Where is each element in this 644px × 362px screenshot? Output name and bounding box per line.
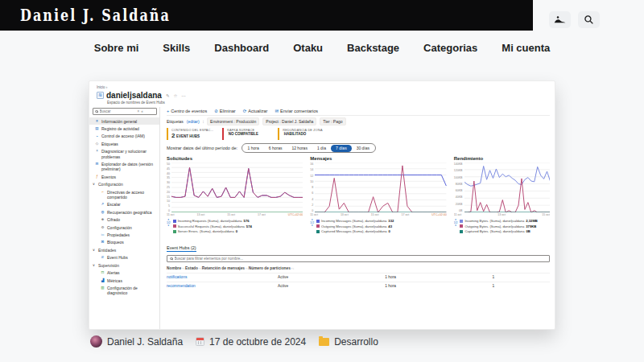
pager-down: ∨ [167, 224, 169, 228]
nav-link[interactable]: Categorias [423, 42, 477, 54]
legend-series-value: 0 [236, 229, 237, 233]
menu-item-icon: ⊠ [101, 240, 105, 245]
author-name: Daniel J. Saldaña [107, 336, 183, 348]
sidebar-menu-item: ∨ Configuración [89, 181, 159, 188]
menu-item-label: Entidades [98, 248, 116, 253]
favorite-star-icon: ☆ [174, 93, 178, 98]
table-header: Nombre↑↓ Estado↑↓ Retención de mensajes↑… [167, 264, 550, 273]
table-column-header: Número de particiones↑↓ [249, 266, 295, 270]
y-tick-label: 60KB [456, 189, 463, 192]
y-tick-label: 40KB [456, 195, 463, 199]
sidebar-menu-item: ▤ Registro de actividad [89, 125, 159, 132]
menu-item-icon: ◇ [95, 142, 99, 146]
menu-item-icon: ⊞ [95, 162, 99, 167]
menu-item-icon: ≔ [101, 232, 105, 237]
chart-x-axis: 11 oct13 oct15 oct17 octUTC+02:00 [167, 213, 303, 216]
nav-link[interactable]: Backstage [347, 42, 399, 54]
hub-filter-input [175, 257, 547, 261]
namespace-title: danieljsaldana [106, 91, 162, 100]
nav-link[interactable]: Sobre mi [94, 42, 139, 54]
hub-filter-box [167, 255, 550, 262]
chart-x-axis: 11 oct13 oct15 oct17 octUTC+02:00 [310, 213, 446, 216]
y-tick-label: 100KB [454, 176, 463, 179]
info-card-value: NO COMPATIBLE [229, 132, 258, 136]
azure-header: Inicio › ≋ danieljsaldana ✎ ☆ ⋯ Espacio … [89, 81, 555, 105]
info-card: REDUNDANCIA DE ZONA HABILITADO [278, 128, 328, 140]
legend-series-name: Captured Bytes. (Suma), danieljsaldana [464, 229, 524, 233]
toolbar-command: ⊘ Eliminar [214, 109, 235, 113]
y-tick-label: 40 [167, 172, 170, 175]
chart-title: Solicitudes [167, 156, 303, 161]
theme-toggle-button[interactable] [549, 11, 571, 28]
namespace-subtitle: Espacio de nombres de Event Hubs [107, 101, 555, 105]
search-button[interactable] [578, 11, 600, 28]
tags-edit-link: (editar) [187, 119, 200, 124]
x-tick-label: 13 oct [341, 213, 349, 216]
pager-down: ∨ [455, 224, 456, 228]
tag-pill: Environment : Producción [207, 117, 259, 125]
command-label: Enviar comentarios [280, 109, 318, 113]
nav-link[interactable]: Skills [163, 42, 190, 54]
menu-item-label: Configuración de diagnóstico [107, 286, 158, 296]
x-tick-label: 11 oct [454, 213, 462, 216]
sidebar-menu-item: ⊞ Explorador de datos (versión prelimina… [89, 160, 159, 173]
author-group[interactable]: Daniel J. Saldaña [90, 335, 183, 348]
menu-item-icon: ≡ [95, 119, 99, 124]
nav-link[interactable]: Mi cuenta [502, 42, 550, 54]
table-column-header: Retención de mensajes↑↓ [202, 266, 249, 270]
nav-link[interactable]: Otaku [293, 42, 323, 54]
hub-partitions: 1 [493, 284, 550, 288]
sidebar-menu-item: ◇ Etiquetas [89, 140, 159, 147]
legend-series-name: Incoming Requests (Suma), danieljsaldana [178, 219, 242, 223]
legend-series-name: Outgoing Bytes. (Suma), danieljsaldana [464, 224, 524, 228]
time-range-option: 6 horas [264, 145, 287, 152]
hub-name-link: recommendation [167, 284, 278, 288]
tags-row: Etiquetas (editar) : Environment : Produ… [167, 116, 550, 126]
legend-color-swatch [173, 220, 176, 223]
tags-separator: : [203, 119, 204, 124]
time-range-option: 7 días [331, 145, 352, 152]
chart-plot [464, 162, 550, 212]
y-tick-label: 20KB [456, 203, 463, 206]
legend-series-value: 43 [388, 224, 392, 228]
legend-series-name: Server Errors. (Suma), danieljsaldana [178, 229, 234, 233]
more-options-icon: ⋯ [181, 93, 186, 98]
legend-series-name: Outgoing Messages (Suma), danieljsaldana [321, 224, 386, 228]
x-tick-label: 15 oct [227, 213, 235, 216]
legend-series-value: 332 [388, 219, 394, 223]
time-range-bar: Mostrar datos del último período de: 1 h… [167, 143, 550, 153]
legend-color-swatch [173, 230, 176, 233]
menu-item-icon: ≋ [101, 255, 105, 260]
legend-color-swatch [316, 224, 320, 228]
sidebar-menu-item: ⌐ Directivas de acceso compartido [89, 188, 159, 201]
hub-status: Active [278, 284, 385, 288]
x-tick-label: 11 oct [167, 213, 175, 216]
y-tick-label: 25 [167, 186, 170, 189]
toolbar-command: + Centro de eventos [167, 109, 207, 113]
menu-item-icon: ▥ [101, 286, 105, 290]
nav-link[interactable]: Dashboard [214, 42, 269, 54]
event-hub-row: notifications Active 1 hora 1 [167, 273, 550, 282]
command-icon: ✉ [275, 109, 279, 113]
menu-item-icon: ∨ [92, 182, 96, 187]
sidebar-menu-item: ∨ Supervisión [89, 261, 159, 269]
sidebar-menu-item: ◒ Control de acceso (IAM) [89, 133, 159, 140]
sidebar-menu: ≡ Información general ▤ Registro de acti… [89, 117, 159, 297]
tag-pill: Tier : Pago [320, 117, 345, 125]
post-screenshot-image[interactable]: Inicio › ≋ danieljsaldana ✎ ☆ ⋯ Espacio … [89, 80, 555, 330]
sort-icon: ↑↓ [291, 267, 295, 270]
time-range-group: 1 hora 6 horas 12 horas 1 día 7 días 30 … [242, 143, 376, 153]
chart-legend: ∧1/2∨Incoming Requests (Suma), danieljsa… [167, 219, 303, 235]
menu-item-icon: ⊡ [101, 270, 105, 275]
metric-chart: Solicitudes5045403530252015105011 oct13 … [167, 156, 303, 235]
time-range-label: Mostrar datos del último período de: [167, 146, 237, 150]
site-logo[interactable]: Daniel J. Saldaña [20, 6, 171, 25]
menu-item-icon: ∨ [92, 263, 96, 268]
chart-y-axis: 140KB120KB100KB80KB60KB40KB20KB0B [454, 162, 464, 212]
legend-series-name: Successful Requests (Suma), danieljsalda… [178, 224, 245, 228]
y-tick-label: 8 [312, 186, 313, 189]
category-group[interactable]: Desarrollo [319, 336, 378, 348]
sidebar-menu-item: ◍ Recuperación geográfica [89, 208, 159, 216]
site-header: Daniel J. Saldaña [0, 0, 644, 31]
sidebar-menu-item: ⇗ Escalar [89, 201, 159, 208]
